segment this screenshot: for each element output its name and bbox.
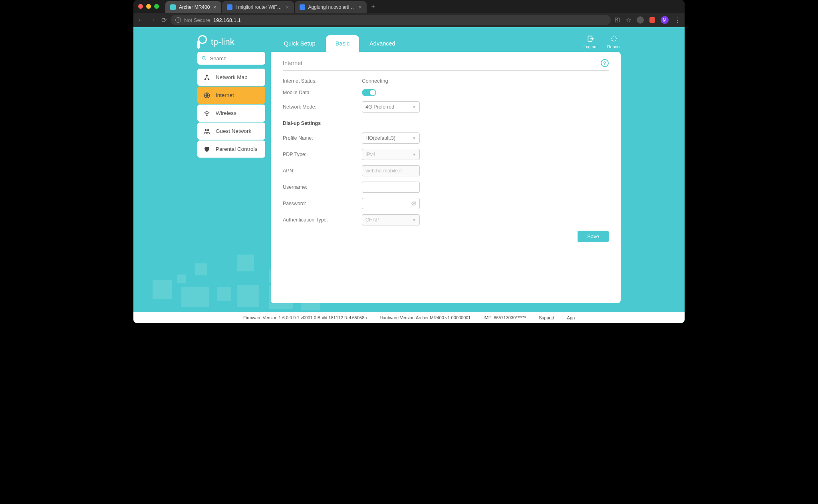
browser-tabs: Archer MR400 × I migliori router WiFi 4G… bbox=[165, 0, 379, 13]
extension-icon[interactable] bbox=[637, 16, 644, 24]
chevron-down-icon: ▼ bbox=[412, 105, 416, 109]
hardware-version: Hardware Version:Archer MR400 v1 0000000… bbox=[379, 315, 471, 320]
heart-icon bbox=[203, 146, 210, 153]
chevron-down-icon: ▼ bbox=[412, 152, 416, 157]
profile-name-dropdown[interactable]: HO(default:3) ▼ bbox=[362, 132, 420, 144]
svg-point-7 bbox=[205, 129, 207, 131]
tab-advanced[interactable]: Advanced bbox=[360, 35, 405, 52]
label-internet-status: Internet Status: bbox=[283, 78, 362, 84]
close-window-button[interactable] bbox=[138, 4, 143, 9]
search-icon bbox=[201, 55, 207, 61]
label-profile-name: Profile Name: bbox=[283, 135, 362, 141]
apn-input[interactable] bbox=[362, 165, 420, 176]
label-network-mode: Network Mode: bbox=[283, 104, 362, 110]
apn-field[interactable] bbox=[365, 166, 416, 176]
logout-label: Log out bbox=[584, 44, 598, 49]
sidebar-item-wireless[interactable]: Wireless bbox=[197, 105, 265, 122]
sidebar-label: Internet bbox=[216, 92, 234, 98]
row-username: Username: bbox=[283, 182, 609, 193]
addressbar-right-icons: ⚿ ☆ M ⋮ bbox=[615, 16, 681, 24]
dropdown-value: 4G Preferred bbox=[365, 104, 394, 110]
sidebar: Network Map Internet Wireless Guest Netw… bbox=[197, 52, 265, 158]
sidebar-label: Parental Controls bbox=[216, 146, 257, 152]
label-pdp-type: PDP Type: bbox=[283, 152, 362, 157]
network-mode-dropdown[interactable]: 4G Preferred ▼ bbox=[362, 101, 420, 113]
search-input[interactable] bbox=[210, 55, 261, 61]
dropdown-value: CHAP bbox=[365, 217, 379, 223]
browser-tab[interactable]: Aggiungi nuovo articolo ‹ Tech × bbox=[295, 1, 367, 13]
footer: Firmware Version:1.6.0 0.9.1 v0001.0 Bui… bbox=[133, 312, 685, 323]
minimize-window-button[interactable] bbox=[146, 4, 151, 9]
tab-close-icon[interactable]: × bbox=[213, 4, 216, 10]
tplink-logo: tp-link bbox=[197, 35, 234, 49]
forward-button[interactable]: → bbox=[149, 16, 156, 24]
back-button[interactable]: ← bbox=[137, 16, 144, 24]
logout-icon bbox=[587, 35, 595, 43]
sidebar-item-network-map[interactable]: Network Map bbox=[197, 69, 265, 86]
save-row: Save bbox=[283, 231, 609, 242]
save-button[interactable]: Save bbox=[578, 231, 609, 242]
username-input[interactable] bbox=[362, 182, 420, 193]
mobile-data-toggle[interactable] bbox=[362, 89, 376, 96]
row-mobile-data: Mobile Data: bbox=[283, 89, 609, 96]
row-network-mode: Network Mode: 4G Preferred ▼ bbox=[283, 101, 609, 113]
svg-point-1 bbox=[202, 56, 205, 59]
dropdown-value: IPv4 bbox=[365, 152, 375, 157]
password-field[interactable] bbox=[365, 198, 416, 209]
sidebar-item-parental-controls[interactable]: Parental Controls bbox=[197, 140, 265, 158]
reboot-icon bbox=[610, 35, 618, 43]
chevron-down-icon: ▼ bbox=[412, 136, 416, 140]
favicon-icon bbox=[227, 4, 232, 10]
firmware-version: Firmware Version:1.6.0 0.9.1 v0001.0 Bui… bbox=[243, 315, 367, 320]
site-info-icon[interactable]: i bbox=[175, 17, 181, 23]
panel-title: Internet bbox=[283, 60, 302, 66]
extension-icon[interactable] bbox=[649, 17, 655, 23]
tab-quick-setup[interactable]: Quick Setup bbox=[274, 35, 325, 52]
bookmark-star-icon[interactable]: ☆ bbox=[626, 16, 631, 24]
maximize-window-button[interactable] bbox=[154, 4, 159, 9]
globe-icon bbox=[203, 92, 210, 99]
logout-button[interactable]: Log out bbox=[584, 35, 598, 49]
show-password-icon[interactable] bbox=[411, 201, 417, 208]
tab-close-icon[interactable]: × bbox=[358, 4, 361, 10]
traffic-lights bbox=[138, 4, 159, 9]
main-tabs: Quick Setup Basic Advanced bbox=[274, 32, 405, 52]
row-pdp-type: PDP Type: IPv4 ▼ bbox=[283, 149, 609, 160]
auth-type-dropdown[interactable]: CHAP ▼ bbox=[362, 214, 420, 225]
browser-tab[interactable]: I migliori router WiFi 4G con slo × bbox=[222, 1, 294, 13]
url-box[interactable]: i Not Secure 192.168.1.1 bbox=[171, 15, 611, 25]
search-box[interactable] bbox=[197, 52, 265, 65]
profile-avatar[interactable]: M bbox=[661, 16, 669, 24]
nav-arrows: ← → ⟳ bbox=[137, 16, 167, 24]
sidebar-item-internet[interactable]: Internet bbox=[197, 87, 265, 104]
new-tab-button[interactable]: + bbox=[367, 3, 379, 10]
support-link[interactable]: Support bbox=[539, 315, 554, 320]
browser-menu-icon[interactable]: ⋮ bbox=[674, 16, 681, 24]
sidebar-label: Guest Network bbox=[216, 128, 251, 134]
browser-window: Archer MR400 × I migliori router WiFi 4G… bbox=[133, 0, 685, 323]
browser-tab[interactable]: Archer MR400 × bbox=[165, 1, 221, 13]
label-auth-type: Authentication Type: bbox=[283, 217, 362, 223]
tab-close-icon[interactable]: × bbox=[286, 4, 289, 10]
sidebar-label: Wireless bbox=[216, 110, 236, 116]
chevron-down-icon: ▼ bbox=[412, 218, 416, 222]
header-actions: Log out Reboot bbox=[584, 35, 621, 49]
guest-icon bbox=[203, 128, 210, 135]
favicon-icon bbox=[300, 4, 305, 10]
app-link[interactable]: App bbox=[567, 315, 575, 320]
pdp-type-dropdown[interactable]: IPv4 ▼ bbox=[362, 149, 420, 160]
help-icon[interactable]: ? bbox=[601, 59, 609, 67]
titlebar: Archer MR400 × I migliori router WiFi 4G… bbox=[133, 0, 685, 13]
tab-basic[interactable]: Basic bbox=[326, 35, 359, 52]
svg-point-6 bbox=[206, 115, 207, 115]
reboot-button[interactable]: Reboot bbox=[607, 35, 621, 49]
reboot-label: Reboot bbox=[607, 44, 621, 49]
username-field[interactable] bbox=[365, 182, 416, 192]
body-columns: Network Map Internet Wireless Guest Netw… bbox=[197, 52, 621, 303]
key-icon[interactable]: ⚿ bbox=[615, 17, 620, 23]
sidebar-label: Network Map bbox=[216, 74, 248, 80]
logo-icon bbox=[197, 35, 208, 49]
reload-button[interactable]: ⟳ bbox=[161, 16, 167, 24]
panel-header: Internet ? bbox=[283, 59, 609, 71]
sidebar-item-guest-network[interactable]: Guest Network bbox=[197, 123, 265, 140]
